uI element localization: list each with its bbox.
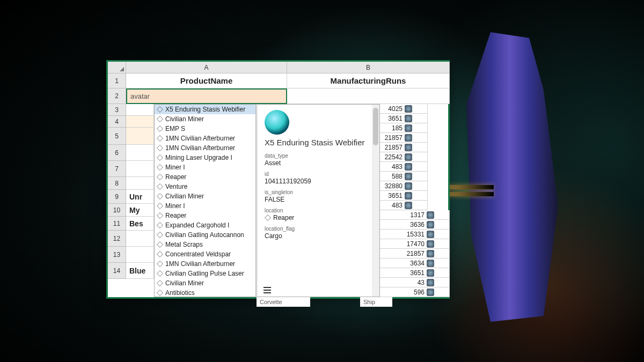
dropdown-item-label: Civilian Miner bbox=[165, 191, 204, 201]
dropdown-item[interactable]: Civilian Gatling Autocannon bbox=[155, 230, 255, 240]
row-header-5[interactable]: 5 bbox=[108, 128, 126, 145]
runs-number: 3634 bbox=[410, 260, 425, 267]
row-header-7[interactable]: 7 bbox=[108, 161, 126, 177]
cell-a10[interactable]: My bbox=[126, 204, 154, 217]
dropdown-item-label: Civilian Miner bbox=[165, 114, 204, 124]
cell-a2-editing[interactable] bbox=[126, 88, 287, 104]
data-type-icon bbox=[157, 261, 163, 267]
column-header-a[interactable]: A bbox=[126, 62, 287, 73]
runs-number: 21857 bbox=[385, 134, 402, 142]
row-header-14[interactable]: 14 bbox=[108, 263, 126, 279]
cell-a13[interactable] bbox=[126, 247, 154, 263]
data-type-icon bbox=[157, 135, 163, 142]
item-mini-icon bbox=[405, 115, 412, 122]
column-header-b[interactable]: B bbox=[287, 62, 450, 73]
dropdown-item[interactable]: Metal Scraps bbox=[155, 240, 255, 249]
data-type-icon bbox=[157, 145, 163, 151]
cell-a7[interactable] bbox=[126, 161, 154, 177]
dropdown-item-label: 1MN Civilian Afterburner bbox=[165, 134, 235, 143]
dropdown-item[interactable]: Antibiotics bbox=[155, 288, 255, 297]
cell-b1-header[interactable]: ManufacturingRuns bbox=[287, 73, 450, 88]
card-field-label: location bbox=[265, 208, 373, 213]
dropdown-item[interactable]: Miner I bbox=[155, 201, 255, 211]
dropdown-item[interactable]: Civilian Miner bbox=[155, 278, 255, 288]
item-mini-icon bbox=[405, 144, 412, 151]
dropdown-item[interactable]: Civilian Gatling Pulse Laser bbox=[155, 269, 255, 278]
cell-a14[interactable]: Blue bbox=[126, 263, 154, 279]
item-mini-icon bbox=[405, 124, 412, 132]
card-field-label: id bbox=[265, 171, 373, 177]
card-title: X5 Enduring Stasis Webifier bbox=[265, 138, 373, 147]
item-mini-icon bbox=[427, 221, 434, 228]
row-header-4[interactable]: 4 bbox=[108, 116, 126, 128]
spreadsheet-panel: A B 123456789Unr10My11Bes121314Blue Prod… bbox=[106, 60, 450, 299]
row-header-13[interactable]: 13 bbox=[108, 247, 126, 263]
dropdown-item[interactable]: Civilian Miner bbox=[155, 191, 255, 201]
dropdown-item[interactable]: Reaper bbox=[155, 172, 255, 182]
dropdown-item[interactable]: Civilian Miner bbox=[155, 114, 255, 124]
card-field-label: is_singleton bbox=[265, 189, 373, 195]
data-type-icon bbox=[157, 270, 163, 277]
cell-a3[interactable] bbox=[126, 104, 154, 116]
runs-number: 483 bbox=[392, 163, 402, 171]
dropdown-item-label: Miner I bbox=[165, 201, 185, 211]
dropdown-item[interactable]: Concentrated Veldspar bbox=[155, 249, 255, 259]
cell-a9[interactable]: Unr bbox=[126, 190, 154, 204]
row-header-6[interactable]: 6 bbox=[108, 145, 126, 161]
card-menu-icon[interactable] bbox=[264, 287, 271, 293]
row-header-1[interactable]: 1 bbox=[108, 73, 126, 88]
row-header-2[interactable]: 2 bbox=[108, 88, 126, 104]
dropdown-item[interactable]: EMP S bbox=[155, 124, 255, 134]
row-header-11[interactable]: 11 bbox=[108, 217, 126, 231]
item-mini-icon bbox=[427, 211, 434, 219]
formula-input[interactable] bbox=[130, 92, 283, 100]
dropdown-item[interactable]: Mining Laser Upgrade I bbox=[155, 153, 255, 162]
row-header-3[interactable]: 3 bbox=[108, 104, 126, 116]
dropdown-item[interactable]: Venture bbox=[155, 182, 255, 191]
dropdown-item[interactable]: X5 Enduring Stasis Webifier bbox=[155, 105, 255, 114]
dropdown-item[interactable]: 1MN Civilian Afterburner bbox=[155, 134, 255, 143]
row-header-9[interactable]: 9 bbox=[108, 190, 126, 204]
cell-a6[interactable] bbox=[126, 145, 154, 161]
row-header-8[interactable]: 8 bbox=[108, 177, 126, 190]
runs-number: 22542 bbox=[385, 153, 402, 161]
item-mini-icon bbox=[427, 231, 434, 238]
select-all-corner[interactable] bbox=[108, 62, 126, 73]
data-type-icon bbox=[157, 106, 163, 113]
item-thumbnail bbox=[265, 110, 289, 135]
dropdown-item-label: Venture bbox=[165, 182, 187, 191]
item-mini-icon bbox=[405, 105, 412, 113]
cell-b2[interactable] bbox=[287, 88, 450, 104]
card-scrollbar[interactable] bbox=[372, 105, 379, 297]
cell-a5[interactable] bbox=[126, 128, 154, 145]
cell-a12[interactable] bbox=[126, 231, 154, 247]
runs-number: 43 bbox=[418, 279, 425, 286]
dropdown-item[interactable]: Expanded Cargohold I bbox=[155, 220, 255, 230]
card-field-value: Asset bbox=[265, 159, 373, 167]
row-header-10[interactable]: 10 bbox=[108, 204, 126, 217]
cell-a8[interactable] bbox=[126, 177, 154, 190]
dropdown-item-label: 1MN Civilian Afterburner bbox=[165, 143, 235, 153]
cell-a11[interactable]: Bes bbox=[126, 217, 154, 231]
item-mini-icon bbox=[427, 250, 434, 257]
item-mini-icon bbox=[427, 240, 434, 248]
dropdown-item-label: Reaper bbox=[165, 172, 186, 182]
autocomplete-dropdown[interactable]: X5 Enduring Stasis WebifierCivilian Mine… bbox=[154, 104, 256, 297]
runs-number: 3636 bbox=[410, 221, 425, 228]
data-type-icon bbox=[157, 203, 163, 209]
runs-number: 588 bbox=[392, 173, 402, 180]
dropdown-item[interactable]: 1MN Civilian Afterburner bbox=[155, 143, 255, 153]
dropdown-item[interactable]: Reaper bbox=[155, 211, 255, 220]
row-header-12[interactable]: 12 bbox=[108, 231, 126, 247]
item-mini-icon bbox=[405, 163, 412, 171]
dropdown-item-label: Mining Laser Upgrade I bbox=[165, 153, 232, 162]
item-mini-icon bbox=[427, 289, 434, 296]
dropdown-item-label: Reaper bbox=[165, 211, 186, 220]
dropdown-item[interactable]: 1MN Civilian Afterburner bbox=[155, 259, 255, 269]
dropdown-item-label: EMP S bbox=[165, 124, 185, 134]
cell-a4[interactable] bbox=[126, 116, 154, 128]
dropdown-item[interactable]: Miner I bbox=[155, 162, 255, 172]
data-type-icon bbox=[157, 212, 163, 219]
runs-number: 3651 bbox=[410, 269, 425, 277]
cell-a1-header[interactable]: ProductName bbox=[126, 73, 287, 88]
